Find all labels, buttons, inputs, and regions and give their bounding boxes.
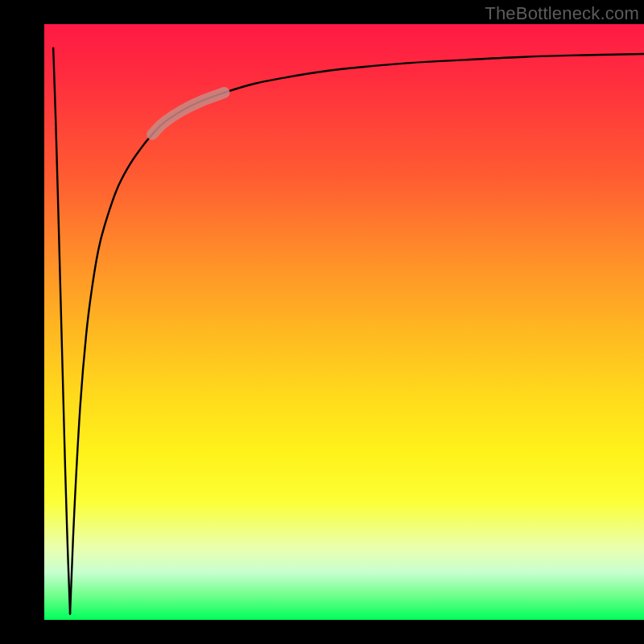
plot-gradient-background (44, 24, 644, 620)
watermark-text: TheBottleneck.com (485, 3, 639, 24)
chart-frame: TheBottleneck.com (0, 0, 644, 644)
